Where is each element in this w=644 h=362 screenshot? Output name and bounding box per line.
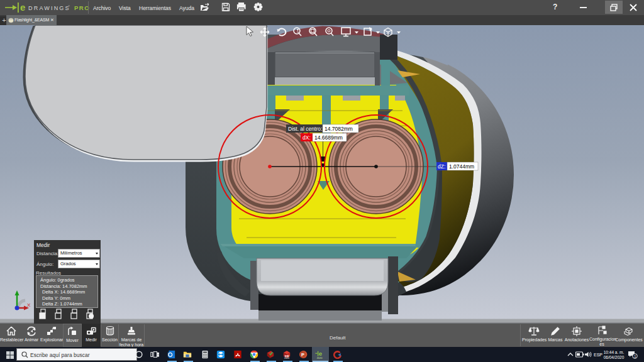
svg-text:e: e (20, 2, 25, 13)
svg-text:1: 1 (634, 354, 636, 359)
svg-text:14.7082mm: 14.7082mm (325, 126, 353, 132)
svg-text:dX:: dX: (303, 134, 311, 141)
svg-text:P: P (301, 352, 304, 358)
svg-text:Dist. al centro:: Dist. al centro: (288, 126, 322, 132)
svg-text:®: ® (68, 4, 70, 8)
svg-text:14.6689mm: 14.6689mm (314, 134, 343, 141)
svg-text:2020: 2020 (317, 356, 323, 359)
svg-text:DRAWINGS: DRAWINGS (28, 5, 70, 11)
svg-text:X: X (27, 302, 31, 308)
svg-text:dZ:: dZ: (438, 163, 445, 170)
svg-text:1.0744mm: 1.0744mm (449, 163, 474, 170)
svg-text:2020: 2020 (284, 357, 289, 359)
